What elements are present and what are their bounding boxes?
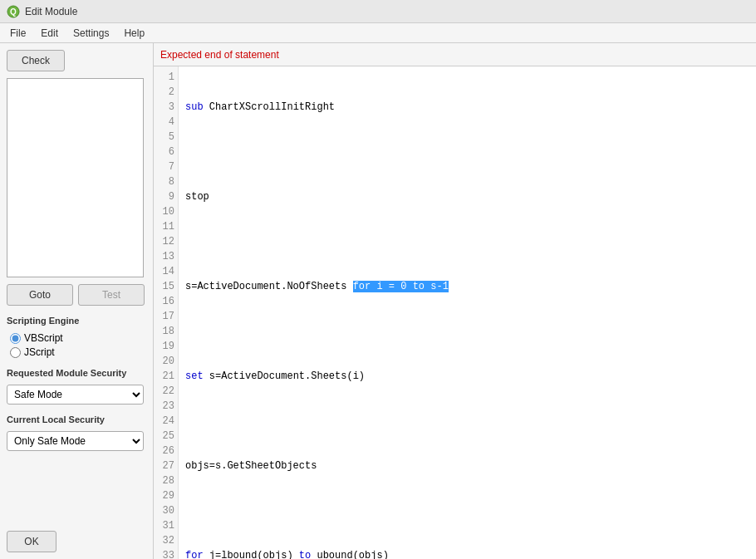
right-panel: Expected end of statement 1 2 3 4 5 6 7 … <box>154 43 756 559</box>
code-area[interactable]: 1 2 3 4 5 6 7 8 9 10 11 12 13 14 15 16 1… <box>154 66 756 559</box>
app-logo: Q <box>7 5 20 18</box>
code-line-9: objs=s.GetSheetObjects <box>185 458 749 473</box>
line-num-23: 23 <box>154 399 178 414</box>
code-line-10 <box>185 503 749 518</box>
line-num-4: 4 <box>154 115 178 130</box>
line-num-26: 26 <box>154 444 178 458</box>
line-num-33: 33 <box>154 548 178 559</box>
ok-button[interactable]: OK <box>7 531 56 552</box>
line-num-3: 3 <box>154 100 178 115</box>
menu-settings[interactable]: Settings <box>66 26 115 41</box>
line-num-24: 24 <box>154 414 178 429</box>
line-num-6: 6 <box>154 145 178 159</box>
local-security-label: Current Local Security <box>7 414 146 424</box>
line-num-15: 15 <box>154 279 178 294</box>
line-num-25: 25 <box>154 429 178 444</box>
title-bar: Q Edit Module <box>0 0 756 23</box>
line-num-27: 27 <box>154 458 178 473</box>
scripting-engine-label: Scripting Engine <box>7 316 146 326</box>
code-line-1: sub ChartXScrollInitRight <box>185 100 749 115</box>
line-num-18: 18 <box>154 324 178 339</box>
line-num-29: 29 <box>154 488 178 503</box>
line-num-13: 13 <box>154 249 178 264</box>
code-line-11: for j=lbound(objs) to ubound(objs) <box>185 548 749 559</box>
code-line-4 <box>185 234 749 249</box>
left-panel: Check Goto Test Scripting Engine VBScrip… <box>0 43 154 559</box>
scripting-engine-group: VBScript JScript <box>10 332 146 358</box>
line-num-22: 22 <box>154 384 178 399</box>
jscript-label: JScript <box>24 346 55 358</box>
code-line-8 <box>185 414 749 429</box>
line-num-31: 31 <box>154 518 178 533</box>
line-num-10: 10 <box>154 204 178 219</box>
line-num-12: 12 <box>154 234 178 249</box>
jscript-radio-label[interactable]: JScript <box>10 346 146 358</box>
module-security-label: Requested Module Security <box>7 368 146 378</box>
code-preview-box <box>7 78 144 277</box>
line-num-8: 8 <box>154 174 178 189</box>
jscript-radio[interactable] <box>10 347 21 358</box>
line-num-16: 16 <box>154 294 178 309</box>
line-num-11: 11 <box>154 219 178 234</box>
line-num-5: 5 <box>154 130 178 145</box>
menu-bar: File Edit Settings Help <box>0 23 756 43</box>
vbscript-radio[interactable] <box>10 333 21 344</box>
code-line-7: set s=ActiveDocument.Sheets(i) <box>185 369 749 384</box>
line-num-28: 28 <box>154 473 178 488</box>
check-button[interactable]: Check <box>7 50 65 71</box>
line-num-14: 14 <box>154 264 178 279</box>
line-num-2: 2 <box>154 85 178 100</box>
error-bar: Expected end of statement <box>154 43 756 66</box>
line-num-7: 7 <box>154 159 178 174</box>
line-num-32: 32 <box>154 533 178 548</box>
module-security-dropdown[interactable]: Safe Mode System Nothing <box>7 385 144 405</box>
line-numbers: 1 2 3 4 5 6 7 8 9 10 11 12 13 14 15 16 1… <box>154 66 179 559</box>
code-content[interactable]: sub ChartXScrollInitRight stop s=ActiveD… <box>179 66 756 559</box>
line-num-19: 19 <box>154 339 178 354</box>
code-line-6 <box>185 324 749 339</box>
line-num-30: 30 <box>154 503 178 518</box>
line-num-21: 21 <box>154 369 178 384</box>
code-line-3: stop <box>185 189 749 204</box>
main-container: Check Goto Test Scripting Engine VBScrip… <box>0 43 756 559</box>
menu-help[interactable]: Help <box>117 26 151 41</box>
menu-edit[interactable]: Edit <box>34 26 65 41</box>
vbscript-radio-label[interactable]: VBScript <box>10 332 146 344</box>
code-line-2 <box>185 145 749 159</box>
vbscript-label: VBScript <box>24 332 63 344</box>
menu-file[interactable]: File <box>3 26 32 41</box>
error-message: Expected end of statement <box>160 49 279 61</box>
goto-button[interactable]: Goto <box>7 284 73 306</box>
test-button[interactable]: Test <box>78 284 145 306</box>
line-num-9: 9 <box>154 189 178 204</box>
window-title: Edit Module <box>25 6 77 17</box>
line-num-17: 17 <box>154 309 178 324</box>
line-num-1: 1 <box>154 70 178 85</box>
code-line-5: s=ActiveDocument.NoOfSheets for i = 0 to… <box>185 279 749 294</box>
line-num-20: 20 <box>154 354 178 369</box>
local-security-dropdown[interactable]: Only Safe Mode Safe Mode System <box>7 431 144 451</box>
svg-text:Q: Q <box>10 7 17 17</box>
